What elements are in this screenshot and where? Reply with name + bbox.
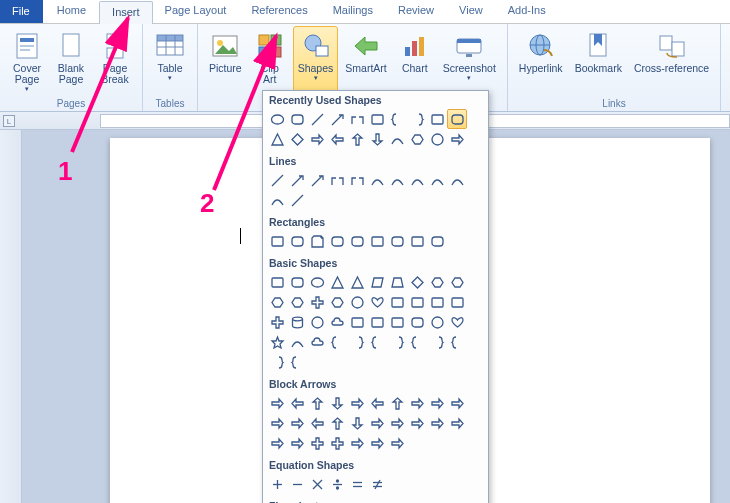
shape-item[interactable]: [307, 292, 327, 312]
shape-item[interactable]: [287, 474, 307, 494]
shape-item[interactable]: [327, 231, 347, 251]
shape-item[interactable]: [287, 352, 307, 372]
tab-references[interactable]: References: [239, 0, 320, 23]
shape-item[interactable]: [427, 129, 447, 149]
shape-item[interactable]: [287, 312, 307, 332]
shape-item[interactable]: [307, 109, 327, 129]
shape-item[interactable]: [427, 109, 447, 129]
shape-item[interactable]: [387, 292, 407, 312]
shape-item[interactable]: [327, 393, 347, 413]
shape-item[interactable]: [387, 231, 407, 251]
shape-item[interactable]: [327, 312, 347, 332]
chart-button[interactable]: Chart: [394, 26, 436, 97]
shape-item[interactable]: [447, 332, 467, 352]
shape-item[interactable]: [307, 231, 327, 251]
shape-item[interactable]: [367, 413, 387, 433]
cross-reference-button[interactable]: Cross-reference: [629, 26, 714, 97]
tab-view[interactable]: View: [447, 0, 496, 23]
shape-item[interactable]: [387, 332, 407, 352]
shape-item[interactable]: [427, 332, 447, 352]
shape-item[interactable]: [347, 231, 367, 251]
shape-item[interactable]: [447, 272, 467, 292]
shape-item[interactable]: [267, 433, 287, 453]
shape-item[interactable]: [287, 433, 307, 453]
shape-item[interactable]: [267, 393, 287, 413]
shape-item[interactable]: [367, 109, 387, 129]
shape-item[interactable]: [427, 292, 447, 312]
shape-item[interactable]: [327, 292, 347, 312]
shape-item[interactable]: [367, 129, 387, 149]
shape-item[interactable]: [407, 170, 427, 190]
shape-item[interactable]: [407, 272, 427, 292]
shape-item[interactable]: [367, 332, 387, 352]
shape-item[interactable]: [387, 413, 407, 433]
shape-item[interactable]: [347, 272, 367, 292]
shape-item[interactable]: [447, 292, 467, 312]
shape-item[interactable]: [387, 393, 407, 413]
shape-item[interactable]: [447, 129, 467, 149]
shape-item[interactable]: [287, 231, 307, 251]
shape-item[interactable]: [307, 129, 327, 149]
shape-item[interactable]: [367, 433, 387, 453]
shape-item[interactable]: [307, 332, 327, 352]
shape-item[interactable]: [387, 109, 407, 129]
shape-item[interactable]: [447, 312, 467, 332]
shape-item[interactable]: [347, 312, 367, 332]
shape-item[interactable]: [427, 231, 447, 251]
shape-item[interactable]: [387, 312, 407, 332]
shape-item[interactable]: [327, 332, 347, 352]
shape-item[interactable]: [327, 129, 347, 149]
shape-item[interactable]: [347, 292, 367, 312]
shape-item[interactable]: [347, 129, 367, 149]
shape-item[interactable]: [447, 170, 467, 190]
shape-item[interactable]: [427, 272, 447, 292]
shape-item[interactable]: [447, 413, 467, 433]
shape-item[interactable]: [307, 272, 327, 292]
shape-item[interactable]: [327, 109, 347, 129]
shape-item[interactable]: [347, 474, 367, 494]
shape-item[interactable]: [367, 231, 387, 251]
shape-item[interactable]: [267, 332, 287, 352]
cover-page-button[interactable]: Cover Page▾: [6, 26, 48, 97]
shape-item[interactable]: [407, 393, 427, 413]
shape-item[interactable]: [347, 413, 367, 433]
shape-item[interactable]: [347, 109, 367, 129]
shape-item[interactable]: [367, 170, 387, 190]
shape-item[interactable]: [407, 231, 427, 251]
shape-item[interactable]: [407, 129, 427, 149]
shape-item[interactable]: [367, 312, 387, 332]
shape-item[interactable]: [287, 332, 307, 352]
shape-item[interactable]: [347, 393, 367, 413]
shape-item[interactable]: [427, 393, 447, 413]
shape-item[interactable]: [447, 109, 467, 129]
shape-item[interactable]: [407, 332, 427, 352]
shape-item[interactable]: [387, 129, 407, 149]
bookmark-button[interactable]: Bookmark: [570, 26, 627, 97]
shape-item[interactable]: [327, 413, 347, 433]
shape-item[interactable]: [427, 312, 447, 332]
shape-item[interactable]: [367, 393, 387, 413]
tab-addins[interactable]: Add-Ins: [496, 0, 559, 23]
shape-item[interactable]: [267, 272, 287, 292]
shape-item[interactable]: [287, 272, 307, 292]
shape-item[interactable]: [407, 312, 427, 332]
shape-item[interactable]: [347, 433, 367, 453]
shape-item[interactable]: [387, 433, 407, 453]
shape-item[interactable]: [427, 170, 447, 190]
shape-item[interactable]: [327, 474, 347, 494]
shape-item[interactable]: [407, 292, 427, 312]
shape-item[interactable]: [407, 109, 427, 129]
shape-item[interactable]: [367, 292, 387, 312]
shape-item[interactable]: [307, 312, 327, 332]
shape-item[interactable]: [307, 170, 327, 190]
shape-item[interactable]: [267, 312, 287, 332]
shape-item[interactable]: [367, 474, 387, 494]
shape-item[interactable]: [307, 393, 327, 413]
shape-item[interactable]: [267, 413, 287, 433]
shape-item[interactable]: [327, 433, 347, 453]
shape-item[interactable]: [307, 474, 327, 494]
shape-item[interactable]: [287, 393, 307, 413]
shape-item[interactable]: [307, 413, 327, 433]
hyperlink-button[interactable]: Hyperlink: [514, 26, 568, 97]
tab-page-layout[interactable]: Page Layout: [153, 0, 240, 23]
